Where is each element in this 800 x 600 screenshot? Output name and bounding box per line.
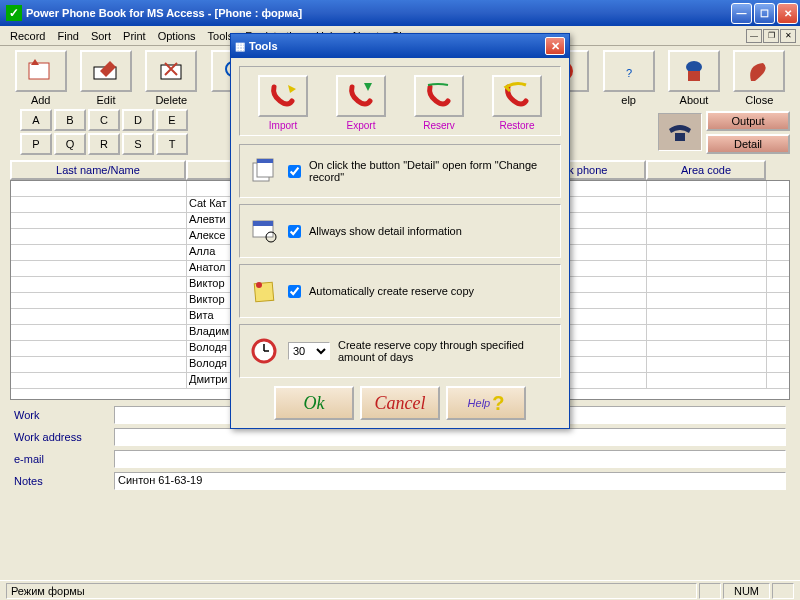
alpha-a[interactable]: A — [20, 109, 52, 131]
phone-icon — [658, 113, 702, 151]
add-button[interactable] — [15, 50, 67, 92]
help-button[interactable]: Help? — [446, 386, 526, 420]
export-button[interactable] — [336, 75, 386, 117]
cancel-button[interactable]: Cancel — [360, 386, 440, 420]
col-lastname[interactable]: Last name/Name — [10, 160, 186, 180]
tools-dialog: ▦ Tools ✕ Import Export Reserv Restore O… — [230, 33, 570, 429]
export-label: Export — [347, 120, 376, 131]
menu-sort[interactable]: Sort — [85, 28, 117, 44]
menu-find[interactable]: Find — [51, 28, 84, 44]
status-blank1 — [699, 583, 721, 599]
alpha-b[interactable]: B — [54, 109, 86, 131]
statusbar: Режим формы NUM — [0, 580, 800, 600]
opt2-checkbox[interactable] — [288, 225, 301, 238]
svg-rect-16 — [257, 159, 273, 163]
svg-rect-0 — [29, 63, 49, 79]
alpha-p[interactable]: P — [20, 133, 52, 155]
window-title: Power Phone Book for MS Access - [Phone … — [26, 7, 731, 19]
opt1-checkbox[interactable] — [288, 165, 301, 178]
mdi-minimize[interactable]: — — [746, 29, 762, 43]
forms-icon — [248, 155, 280, 187]
detail-icon — [248, 215, 280, 247]
opt3-text: Automatically create reserve copy — [309, 285, 552, 297]
addr-label: Work address — [14, 431, 114, 443]
menu-print[interactable]: Print — [117, 28, 152, 44]
email-label: e-mail — [14, 453, 114, 465]
alpha-e[interactable]: E — [156, 109, 188, 131]
minimize-button[interactable]: — — [731, 3, 752, 24]
import-label: Import — [269, 120, 297, 131]
menu-record[interactable]: Record — [4, 28, 51, 44]
ok-button[interactable]: Ok — [274, 386, 354, 420]
detail-button[interactable]: Detail — [706, 134, 790, 154]
svg-rect-12 — [688, 71, 700, 81]
delete-button[interactable] — [145, 50, 197, 92]
close-label: Close — [745, 94, 773, 106]
notes-label: Notes — [14, 475, 114, 487]
help-button[interactable]: ? — [603, 50, 655, 92]
import-button[interactable] — [258, 75, 308, 117]
status-blank2 — [772, 583, 794, 599]
svg-point-21 — [256, 282, 262, 288]
reserv-label: Reserv — [423, 120, 455, 131]
opt3-checkbox[interactable] — [288, 285, 301, 298]
dialog-title: Tools — [245, 40, 545, 52]
alpha-s[interactable]: S — [122, 133, 154, 155]
menu-options[interactable]: Options — [152, 28, 202, 44]
alpha-c[interactable]: C — [88, 109, 120, 131]
opt1-text: On click the button "Detail" open form "… — [309, 159, 552, 183]
maximize-button[interactable]: ☐ — [754, 3, 775, 24]
app-icon: ✓ — [6, 5, 22, 21]
clock-icon — [248, 335, 280, 367]
svg-text:?: ? — [626, 67, 632, 79]
svg-rect-2 — [161, 65, 181, 79]
close-button[interactable]: ✕ — [777, 3, 798, 24]
email-field[interactable] — [114, 450, 786, 468]
days-select[interactable]: 30 — [288, 342, 330, 360]
edit-label: Edit — [97, 94, 116, 106]
note-icon — [248, 275, 280, 307]
addr-field[interactable] — [114, 428, 786, 446]
alpha-t[interactable]: T — [156, 133, 188, 155]
alpha-d[interactable]: D — [122, 109, 154, 131]
output-button[interactable]: Output — [706, 111, 790, 131]
col-areacode[interactable]: Area code — [646, 160, 766, 180]
add-label: Add — [31, 94, 51, 106]
restore-label: Restore — [499, 120, 534, 131]
help-label: elp — [621, 94, 636, 106]
restore-button[interactable] — [492, 75, 542, 117]
dialog-close-button[interactable]: ✕ — [545, 37, 565, 55]
notes-field[interactable]: Синтон 61-63-19 — [114, 472, 786, 490]
opt4-text: Create reserve copy through specified am… — [338, 339, 552, 363]
opt2-text: Allways show detail information — [309, 225, 552, 237]
titlebar: ✓ Power Phone Book for MS Access - [Phon… — [0, 0, 800, 26]
delete-label: Delete — [155, 94, 187, 106]
status-mode: Режим формы — [6, 583, 697, 599]
edit-button[interactable] — [80, 50, 132, 92]
close-tool-button[interactable] — [733, 50, 785, 92]
svg-rect-13 — [675, 133, 685, 141]
reserv-button[interactable] — [414, 75, 464, 117]
work-label: Work — [14, 409, 114, 421]
dialog-icon: ▦ — [235, 40, 245, 53]
about-label: About — [680, 94, 709, 106]
about-button[interactable] — [668, 50, 720, 92]
alpha-r[interactable]: R — [88, 133, 120, 155]
svg-rect-18 — [253, 221, 273, 226]
mdi-restore[interactable]: ❐ — [763, 29, 779, 43]
alpha-q[interactable]: Q — [54, 133, 86, 155]
mdi-close[interactable]: ✕ — [780, 29, 796, 43]
status-num: NUM — [723, 583, 770, 599]
